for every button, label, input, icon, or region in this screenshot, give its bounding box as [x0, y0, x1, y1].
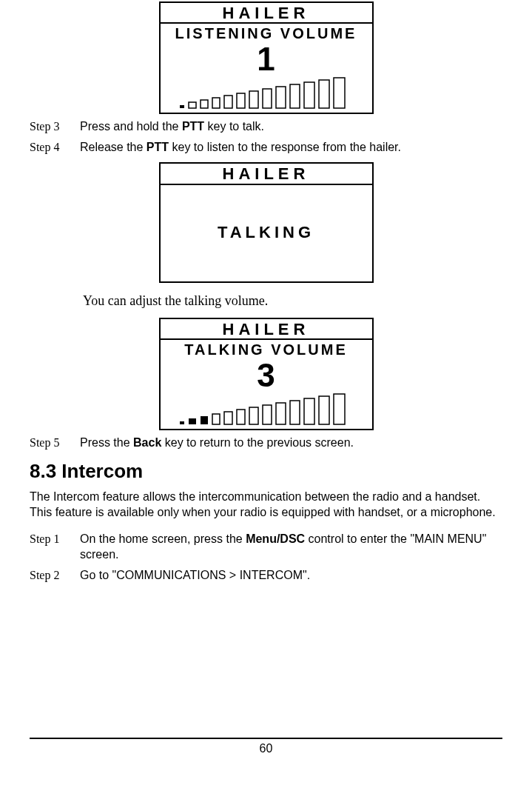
svg-rect-10	[304, 82, 314, 108]
svg-rect-3	[212, 98, 220, 108]
step-label: Step 5	[30, 435, 80, 451]
svg-rect-25	[334, 394, 345, 424]
step-3: Step 3 Press and hold the PTT key to tal…	[30, 118, 502, 135]
step-text: Release the PTT key to listen to the res…	[80, 139, 401, 156]
step-text: On the home screen, press the Menu/DSC c…	[80, 531, 502, 563]
step-4: Step 4 Release the PTT key to listen to …	[30, 139, 502, 156]
section-heading-intercom: 8.3 Intercom	[30, 460, 502, 483]
step-pre: Press and hold the	[80, 120, 182, 133]
lcd-body: TALKING VOLUME 3	[161, 340, 372, 429]
step-post: key to listen to the response from the h…	[169, 141, 401, 153]
svg-rect-15	[201, 416, 208, 424]
svg-rect-13	[180, 421, 184, 424]
step-text: Press and hold the PTT key to talk.	[80, 118, 264, 135]
svg-rect-1	[189, 102, 196, 108]
lcd-body: LISTENING VOLUME 1	[161, 24, 372, 113]
step-pre: Press the	[80, 436, 133, 449]
volume-bars-3	[174, 393, 359, 426]
step-pre: On the home screen, press the	[80, 532, 246, 545]
svg-rect-5	[237, 93, 245, 108]
step-label: Step 4	[30, 139, 80, 156]
note-adjust-talking-volume: You can adjust the talking volume.	[83, 293, 502, 309]
lcd-header: HAILER	[161, 164, 372, 184]
step-text: Press the Back key to return to the prev…	[80, 435, 354, 451]
step-label: Step 2	[30, 567, 80, 584]
step-post: key to talk.	[204, 120, 264, 133]
intercom-step-2: Step 2 Go to "COMMUNICATIONS > INTERCOM"…	[30, 567, 502, 584]
svg-rect-22	[290, 401, 300, 424]
lcd-subhead: TALKING VOLUME	[161, 341, 372, 358]
step-text: Go to "COMMUNICATIONS > INTERCOM".	[80, 567, 310, 584]
volume-bars-1	[174, 77, 359, 110]
lcd-subhead: LISTENING VOLUME	[161, 25, 372, 41]
svg-rect-12	[334, 78, 345, 108]
svg-rect-16	[212, 414, 220, 424]
svg-rect-24	[319, 396, 329, 424]
step-pre: Release the	[80, 141, 147, 153]
svg-rect-17	[224, 412, 232, 424]
lcd-header: HAILER	[161, 319, 372, 340]
step-bold: Menu/DSC	[246, 532, 305, 545]
svg-rect-14	[189, 418, 196, 424]
step-bold: PTT	[147, 141, 169, 153]
step-post: key to return to the previous screen.	[161, 436, 354, 449]
svg-rect-6	[249, 91, 258, 108]
intercom-step-1: Step 1 On the home screen, press the Men…	[30, 531, 502, 563]
page-number: 60	[260, 742, 273, 755]
svg-rect-8	[276, 87, 286, 108]
svg-rect-2	[201, 100, 208, 108]
step-bold: PTT	[182, 120, 204, 133]
lcd-screen-talking: HAILER TALKING	[159, 162, 374, 282]
step-label: Step 3	[30, 118, 80, 135]
svg-rect-0	[180, 105, 184, 108]
lcd-value: 3	[161, 359, 372, 392]
page-footer: 60	[30, 738, 502, 755]
svg-rect-21	[276, 403, 286, 424]
lcd-screen-listening-volume: HAILER LISTENING VOLUME 1	[159, 1, 374, 114]
lcd-value: 1	[161, 43, 372, 76]
svg-rect-18	[237, 410, 245, 424]
svg-rect-19	[249, 407, 258, 424]
svg-rect-9	[290, 84, 300, 108]
step-bold: Back	[133, 436, 161, 449]
lcd-status: TALKING	[161, 187, 372, 278]
svg-rect-11	[319, 80, 329, 108]
intercom-paragraph: The Intercom feature allows the intercom…	[30, 489, 502, 521]
lcd-body: TALKING	[161, 185, 372, 281]
svg-rect-4	[224, 96, 232, 108]
lcd-header: HAILER	[161, 3, 372, 24]
svg-rect-20	[263, 405, 272, 424]
step-label: Step 1	[30, 531, 80, 547]
svg-rect-23	[304, 398, 314, 424]
step-5: Step 5 Press the Back key to return to t…	[30, 435, 502, 451]
svg-rect-7	[263, 89, 272, 108]
lcd-screen-talking-volume: HAILER TALKING VOLUME 3	[159, 318, 374, 430]
